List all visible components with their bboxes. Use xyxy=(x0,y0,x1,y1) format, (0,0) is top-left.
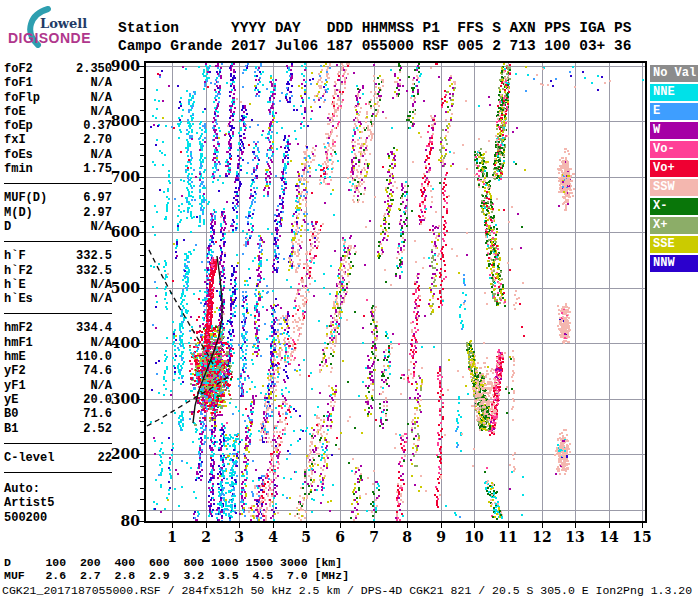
param-value: 334.4 xyxy=(76,321,112,335)
legend-item-no-val: No Val xyxy=(650,65,698,82)
file-info-row: CGK21_2017187055000.RSF / 284fx512h 50 k… xyxy=(2,584,692,597)
param-label: h`F2 xyxy=(4,264,33,278)
param-value: 2.97 xyxy=(83,206,112,220)
param-value: N/A xyxy=(90,91,112,105)
x-axis-label: 9 xyxy=(429,530,453,544)
y-axis-tick xyxy=(140,166,144,167)
param-label: M(D) xyxy=(4,206,33,220)
x-axis-tick xyxy=(474,523,475,528)
param-row: yF1N/A xyxy=(4,379,112,393)
y-axis-tick xyxy=(140,199,144,200)
param-value: 2.350 xyxy=(76,62,112,76)
param-label: C-level xyxy=(4,451,54,465)
y-axis-tick xyxy=(140,332,144,333)
param-label: h`Es xyxy=(4,292,33,306)
x-axis-tick xyxy=(609,523,610,528)
logo-digisonde-text: DIGISONDE xyxy=(8,30,91,46)
param-label: yF2 xyxy=(4,364,26,378)
param-row: B071.6 xyxy=(4,407,112,421)
param-row: C-level22 xyxy=(4,451,112,465)
x-axis-tick xyxy=(172,523,173,528)
x-axis-label: 5 xyxy=(294,530,318,544)
y-axis-label: 900 xyxy=(108,59,140,73)
legend-item-x-: X- xyxy=(650,198,698,215)
y-axis-tick xyxy=(140,266,144,267)
x-axis-tick xyxy=(407,523,408,528)
x-axis-label: 4 xyxy=(261,530,285,544)
x-axis-tick xyxy=(508,523,509,528)
x-axis-label: 6 xyxy=(328,530,352,544)
param-label: D xyxy=(4,220,11,234)
param-row: h`EN/A xyxy=(4,278,112,292)
y-axis-tick xyxy=(140,310,144,311)
param-divider xyxy=(4,472,112,473)
x-axis-label: 14 xyxy=(597,530,621,544)
param-label: B0 xyxy=(4,407,18,421)
param-value: 74.6 xyxy=(83,364,112,378)
param-row: foF1N/A xyxy=(4,76,112,90)
x-axis-label: 7 xyxy=(362,530,386,544)
param-row: foF22.350 xyxy=(4,62,112,76)
legend-item-sse: SSE xyxy=(650,236,698,253)
param-label: yF1 xyxy=(4,379,26,393)
ionogram-plot xyxy=(144,61,647,523)
header-values-row: Campo Grande 2017 Jul06 187 055000 RSF 0… xyxy=(118,38,631,55)
y-axis-tick xyxy=(140,466,144,467)
legend-item-w: W xyxy=(650,122,698,139)
x-axis-tick xyxy=(306,523,307,528)
header-fields-row: Station YYYY DAY DDD HHMMSS P1 FFS S AXN… xyxy=(118,20,631,37)
x-axis-label: 3 xyxy=(227,530,251,544)
scaled-parameters-panel: foF22.350foF1N/AfoFlpN/AfoEN/AfoEp0.37fx… xyxy=(4,62,112,480)
y-axis-tick xyxy=(140,88,144,89)
y-axis-tick xyxy=(140,99,144,100)
y-axis-tick xyxy=(140,366,144,367)
y-axis-tick xyxy=(140,155,144,156)
y-axis-tick xyxy=(140,110,144,111)
y-axis-tick xyxy=(140,421,144,422)
y-axis-label: 400 xyxy=(108,336,140,350)
param-value: N/A xyxy=(90,76,112,90)
logo-lowell-text: Lowell xyxy=(40,16,87,31)
param-row: hmF2334.4 xyxy=(4,321,112,335)
param-row: fmin1.75 xyxy=(4,162,112,176)
y-axis-label: 500 xyxy=(108,281,140,295)
param-label: h`F xyxy=(4,249,26,263)
y-axis-tick xyxy=(137,510,144,511)
param-label: foEp xyxy=(4,119,33,133)
legend-item-vo-: Vo+ xyxy=(650,160,698,177)
y-axis-tick xyxy=(140,321,144,322)
y-axis-label: 300 xyxy=(108,392,140,406)
y-axis-tick xyxy=(140,133,144,134)
x-axis-label: 10 xyxy=(462,530,486,544)
y-axis-label: 700 xyxy=(108,170,140,184)
ionogram-screen: Lowell DIGISONDE Station YYYY DAY DDD HH… xyxy=(0,0,700,600)
y-axis-tick xyxy=(140,388,144,389)
y-axis-tick xyxy=(140,244,144,245)
x-axis-label: 8 xyxy=(395,530,419,544)
x-axis-label: 11 xyxy=(496,530,520,544)
x-axis-label: 12 xyxy=(530,530,554,544)
param-label: hmE xyxy=(4,350,26,364)
x-axis-tick xyxy=(206,523,207,528)
param-row: foEp0.37 xyxy=(4,119,112,133)
doppler-direction-legend: No ValNNEEWVo-Vo+SSWX-X+SSENNW xyxy=(650,65,698,274)
param-row: yE20.0 xyxy=(4,393,112,407)
param-value: 110.0 xyxy=(76,350,112,364)
param-label: yE xyxy=(4,393,18,407)
param-row: h`EsN/A xyxy=(4,292,112,306)
x-axis-tick xyxy=(340,523,341,528)
y-axis-tick xyxy=(140,255,144,256)
x-axis-label: 13 xyxy=(563,530,587,544)
x-axis-tick xyxy=(575,523,576,528)
param-label: hmF1 xyxy=(4,336,33,350)
autoscaling-info-block: Auto: Artist5 500200 xyxy=(4,482,54,525)
legend-item-nne: NNE xyxy=(650,84,698,101)
legend-item-x-: X+ xyxy=(650,217,698,234)
x-axis-tick xyxy=(239,523,240,528)
x-axis-tick xyxy=(642,523,643,528)
y-axis-tick xyxy=(140,488,144,489)
x-axis-tick xyxy=(374,523,375,528)
param-divider xyxy=(4,313,112,314)
param-value: 332.5 xyxy=(76,264,112,278)
ionogram-scatter-canvas xyxy=(146,63,645,521)
